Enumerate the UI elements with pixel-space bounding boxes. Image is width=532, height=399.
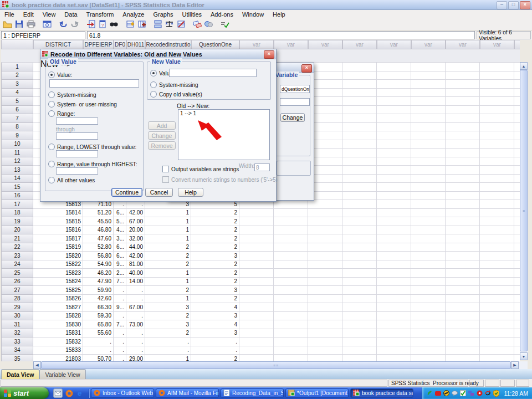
cell[interactable]: 4 bbox=[191, 303, 239, 312]
cell[interactable] bbox=[446, 217, 480, 226]
taskbar-button-aim-mail[interactable]: AIM Mail - Mozilla Fir... bbox=[156, 388, 219, 398]
row-number[interactable]: 31 bbox=[1, 320, 33, 329]
cell[interactable] bbox=[274, 320, 308, 329]
cell[interactable]: 67.00 bbox=[126, 217, 145, 226]
cell[interactable]: 15825 bbox=[33, 286, 83, 295]
insert-variable-icon[interactable] bbox=[136, 19, 147, 30]
cell[interactable] bbox=[342, 157, 377, 166]
cell[interactable] bbox=[480, 295, 514, 304]
cell[interactable] bbox=[308, 260, 342, 269]
cell[interactable]: . bbox=[83, 337, 114, 346]
output-strings-checkbox[interactable]: Output variables are strings bbox=[162, 166, 239, 172]
cell[interactable]: 6... bbox=[114, 252, 126, 260]
cell[interactable] bbox=[411, 157, 446, 166]
var-column-header[interactable]: var bbox=[342, 40, 377, 49]
spell-check-icon[interactable] bbox=[219, 19, 231, 30]
cell[interactable]: 44.00 bbox=[126, 243, 145, 252]
cell[interactable]: 1 bbox=[145, 234, 191, 243]
cell[interactable]: 1 bbox=[145, 217, 191, 226]
cell[interactable] bbox=[514, 209, 520, 218]
redo-icon[interactable] bbox=[69, 19, 80, 30]
var-column-header[interactable]: var bbox=[514, 40, 520, 49]
cell[interactable]: 3 bbox=[191, 252, 239, 260]
row-number[interactable]: 34 bbox=[1, 346, 33, 355]
cell[interactable]: 73.00 bbox=[126, 320, 145, 329]
cell[interactable]: 2 bbox=[191, 355, 239, 361]
cell[interactable] bbox=[239, 278, 274, 287]
cell[interactable]: 47.90 bbox=[83, 278, 114, 287]
cell[interactable] bbox=[377, 217, 411, 226]
cell[interactable] bbox=[308, 278, 342, 287]
vertical-scrollbar[interactable]: ▲ ≡ ▼ bbox=[520, 62, 528, 360]
cell[interactable] bbox=[411, 80, 446, 89]
cell[interactable] bbox=[342, 260, 377, 269]
cell[interactable]: 2 bbox=[145, 312, 191, 321]
cell[interactable] bbox=[446, 320, 480, 329]
minimize-button[interactable]: – bbox=[497, 1, 507, 9]
var-column-header[interactable]: var bbox=[480, 40, 514, 49]
cell[interactable] bbox=[446, 226, 480, 235]
cell[interactable] bbox=[514, 71, 520, 80]
cell[interactable]: . bbox=[114, 295, 126, 304]
row-number[interactable]: 16 bbox=[1, 192, 33, 201]
cancel-button[interactable]: Cancel bbox=[145, 188, 173, 197]
cell[interactable] bbox=[514, 303, 520, 312]
cell[interactable] bbox=[308, 226, 342, 235]
cell[interactable] bbox=[411, 192, 446, 201]
cell[interactable] bbox=[377, 183, 411, 192]
cell[interactable] bbox=[480, 157, 514, 166]
cell-editor[interactable]: 61.8 bbox=[87, 31, 475, 39]
close-icon[interactable]: × bbox=[301, 64, 312, 73]
cell[interactable] bbox=[480, 123, 514, 132]
open-data-icon[interactable] bbox=[2, 19, 13, 30]
cell[interactable] bbox=[377, 149, 411, 157]
cell[interactable] bbox=[274, 234, 308, 243]
menu-item[interactable]: Analyze bbox=[118, 11, 149, 18]
cell[interactable] bbox=[377, 114, 411, 123]
cell[interactable]: 21803 bbox=[33, 355, 83, 361]
cell[interactable] bbox=[377, 234, 411, 243]
cell[interactable] bbox=[480, 192, 514, 201]
cell[interactable] bbox=[411, 217, 446, 226]
cell[interactable]: 3 bbox=[145, 303, 191, 312]
cell[interactable] bbox=[446, 175, 480, 183]
remove-button[interactable]: Remove bbox=[148, 141, 176, 150]
cell[interactable] bbox=[514, 226, 520, 235]
cell[interactable] bbox=[446, 278, 480, 287]
cell[interactable] bbox=[446, 337, 480, 346]
value-labels-icon[interactable] bbox=[191, 19, 203, 30]
var-column-header[interactable]: var bbox=[239, 40, 274, 49]
var-column-header[interactable]: var bbox=[377, 40, 411, 49]
cell[interactable] bbox=[446, 97, 480, 106]
cell[interactable] bbox=[308, 346, 342, 355]
column-header[interactable]: DISTRICT bbox=[33, 40, 83, 49]
cell[interactable]: . bbox=[191, 346, 239, 355]
cell[interactable] bbox=[377, 97, 411, 106]
cell[interactable]: 2 bbox=[191, 209, 239, 218]
cell[interactable] bbox=[480, 346, 514, 355]
column-header[interactable]: DF0 bbox=[114, 40, 126, 49]
old-value-input[interactable] bbox=[49, 79, 139, 88]
cell[interactable] bbox=[239, 243, 274, 252]
cell[interactable] bbox=[446, 286, 480, 295]
cell[interactable]: 2 bbox=[145, 243, 191, 252]
cell[interactable] bbox=[514, 329, 520, 338]
range-highest-radio[interactable]: Range, value through HIGHEST: bbox=[48, 161, 137, 167]
cell[interactable] bbox=[411, 346, 446, 355]
tab-variable-view[interactable]: Variable View bbox=[39, 369, 85, 379]
cell[interactable]: 4 bbox=[191, 320, 239, 329]
cell[interactable] bbox=[514, 175, 520, 183]
cell[interactable] bbox=[514, 140, 520, 149]
column-header[interactable]: DH011 bbox=[126, 40, 145, 49]
cell[interactable]: 2 bbox=[145, 329, 191, 338]
cell[interactable] bbox=[480, 312, 514, 321]
cell[interactable] bbox=[342, 209, 377, 218]
mail-icon[interactable] bbox=[53, 388, 63, 398]
range-radio[interactable]: Range: bbox=[48, 110, 75, 117]
cell[interactable] bbox=[274, 209, 308, 218]
cell[interactable] bbox=[274, 312, 308, 321]
cell[interactable] bbox=[480, 269, 514, 278]
cell[interactable] bbox=[342, 192, 377, 201]
cell[interactable] bbox=[411, 166, 446, 175]
cell[interactable]: 15832 bbox=[33, 337, 83, 346]
